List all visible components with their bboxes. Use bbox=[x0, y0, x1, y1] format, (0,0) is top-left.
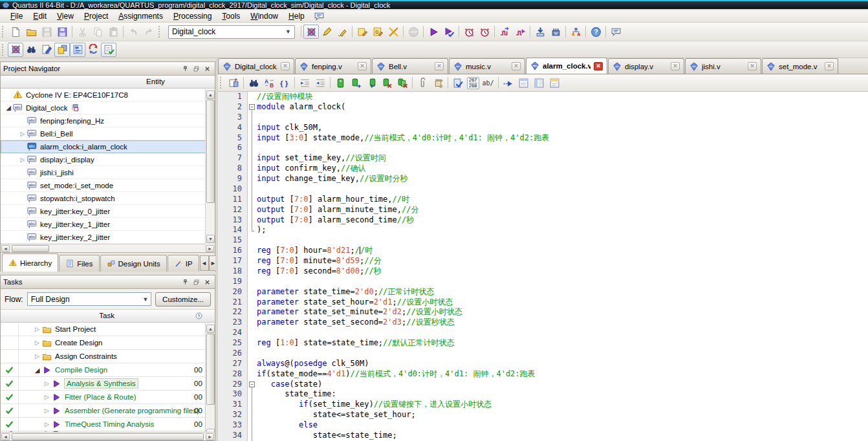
feedback-button[interactable] bbox=[608, 25, 624, 39]
bm-prev-button[interactable] bbox=[363, 76, 379, 90]
clip-button[interactable] bbox=[415, 76, 430, 90]
folder-button[interactable] bbox=[23, 25, 39, 39]
close-tab-icon[interactable]: ✕ bbox=[671, 62, 680, 70]
close-tab-icon[interactable]: ✕ bbox=[825, 62, 834, 70]
braces-button[interactable]: { } bbox=[277, 76, 292, 90]
task-expander-icon[interactable]: ▷ bbox=[33, 353, 41, 360]
analyze-button[interactable] bbox=[450, 76, 466, 90]
indent-button[interactable] bbox=[297, 76, 312, 90]
toolbar-grip[interactable] bbox=[2, 26, 5, 38]
bm-del-button[interactable] bbox=[379, 76, 395, 90]
settings-list-button[interactable] bbox=[70, 43, 85, 57]
chevron-down-icon[interactable]: ▼ bbox=[283, 27, 294, 38]
edit-pen-button[interactable] bbox=[39, 43, 54, 57]
assign-doc-button[interactable] bbox=[354, 25, 370, 39]
menu-project[interactable]: Project bbox=[79, 11, 113, 21]
panel-a-button[interactable] bbox=[516, 76, 532, 90]
task-row-create-design[interactable]: ▷Create Design bbox=[1, 336, 215, 350]
tree-expander-icon[interactable]: ▷ bbox=[19, 156, 27, 163]
tree-item-display-i-display[interactable]: ▷abcdisplay:i_display bbox=[1, 153, 215, 166]
float-window-icon[interactable] bbox=[191, 64, 201, 73]
paste-button[interactable] bbox=[105, 25, 121, 39]
pin-icon[interactable] bbox=[180, 64, 190, 73]
bm-delall-button[interactable] bbox=[395, 76, 410, 90]
menu-window[interactable]: Window bbox=[245, 11, 283, 21]
task-row-start-project[interactable]: ▷Start Project bbox=[1, 323, 215, 336]
tree-item-stopwatch-i-stopwatch[interactable]: abcstopwatch:i_stopwatch bbox=[1, 192, 215, 205]
tab-ip[interactable]: IP bbox=[168, 255, 199, 272]
wrench-button[interactable] bbox=[385, 25, 401, 39]
editor-tab-music-v[interactable]: abcmusic.v✕ bbox=[449, 58, 525, 74]
close-tab-icon[interactable]: ✕ bbox=[281, 62, 290, 70]
pin-icon[interactable] bbox=[180, 277, 190, 286]
tab-scroll-left-icon[interactable]: ◄ bbox=[200, 255, 209, 271]
undo-button[interactable] bbox=[125, 25, 141, 39]
floppy2-button[interactable] bbox=[54, 25, 70, 39]
help-button[interactable]: ? bbox=[588, 25, 603, 39]
menu-tools[interactable]: Tools bbox=[217, 11, 245, 21]
panel-c-button[interactable] bbox=[547, 76, 563, 90]
fold-toggle-icon[interactable]: − bbox=[248, 102, 257, 113]
menu-help[interactable]: Help bbox=[283, 11, 310, 21]
tree-item-cyclone-iv-e-ep4ce10f17c8[interactable]: Cyclone IV E: EP4CE10F17C8 bbox=[1, 89, 215, 102]
pen-button[interactable] bbox=[319, 25, 334, 39]
tree-item-set-mode-i-set-mode[interactable]: abcset_mode:i_set_mode bbox=[1, 179, 215, 192]
binoc-button[interactable] bbox=[246, 76, 261, 90]
editor-tab-alarm_clock-v[interactable]: abcalarm_clock.v✕ bbox=[526, 58, 607, 74]
refresh-button[interactable] bbox=[85, 43, 101, 57]
task-expander-icon[interactable]: ▷ bbox=[43, 421, 51, 427]
menu-assignments[interactable]: Assignments bbox=[113, 11, 168, 21]
programmer-button[interactable] bbox=[532, 25, 548, 39]
clock-button[interactable] bbox=[477, 25, 492, 39]
entity-column-header[interactable]: Entity bbox=[1, 76, 215, 89]
tasklist-button[interactable] bbox=[101, 43, 116, 57]
task-row-compile-design[interactable]: ◢Compile Design00 bbox=[1, 363, 215, 377]
note-button[interactable] bbox=[54, 43, 70, 57]
tree-item-alarm-clock-i-alarm-clock[interactable]: abcalarm_clock:i_alarm_clock bbox=[1, 140, 215, 153]
close-tab-icon[interactable]: ✕ bbox=[748, 62, 757, 70]
tasks-vertical-scrollbar[interactable]: ▲ ▼ bbox=[205, 323, 215, 438]
pen2-button[interactable] bbox=[334, 25, 350, 39]
compile-button[interactable] bbox=[8, 43, 23, 57]
comment-tool-icon[interactable]: ab/ bbox=[481, 80, 496, 87]
tree-item-key-jitter-key-1-jitter[interactable]: abckey_jitter:key_1_jitter bbox=[1, 218, 215, 231]
menu-processing[interactable]: Processing bbox=[168, 11, 217, 21]
cut-button[interactable] bbox=[74, 25, 90, 39]
tree-item-jishi-i-jishi[interactable]: abcjishi:i_jishi bbox=[1, 166, 215, 179]
task-row-assign-constraints[interactable]: ▷Assign Constraints bbox=[1, 350, 215, 363]
page-button[interactable] bbox=[8, 25, 23, 39]
task-column-header[interactable]: Task bbox=[1, 310, 215, 323]
outdent-button[interactable] bbox=[312, 76, 328, 90]
editor-tab-bell-v[interactable]: abcBell.v✕ bbox=[372, 58, 448, 74]
compile-button[interactable] bbox=[303, 25, 319, 39]
close-tab-icon[interactable]: ✕ bbox=[594, 62, 603, 70]
tasks-horizontal-scrollbar[interactable]: ◄ ► bbox=[1, 432, 215, 440]
code-editor[interactable]: 1234567891011121314151617181920212223242… bbox=[218, 92, 868, 441]
doc-arrow-button[interactable] bbox=[226, 76, 241, 90]
netlist-button[interactable] bbox=[497, 25, 512, 39]
toolbar-grip[interactable] bbox=[2, 44, 5, 56]
project-navigator-horizontal-scrollbar[interactable]: ◄ ► bbox=[1, 244, 215, 252]
panel-b-button[interactable] bbox=[532, 76, 547, 90]
task-expander-icon[interactable]: ▷ bbox=[43, 394, 51, 400]
stop-button[interactable]: STOP bbox=[406, 25, 421, 39]
toolbar-grip[interactable] bbox=[158, 26, 162, 38]
play-button[interactable] bbox=[426, 25, 441, 39]
code-fold-column[interactable]: −− bbox=[248, 92, 257, 441]
redo-button[interactable] bbox=[141, 25, 157, 39]
tree-item-key-jitter-key-0-jitter[interactable]: abckey_jitter:key_0_jitter bbox=[1, 205, 215, 218]
task-row-fitter-place-route-[interactable]: ▷Fitter (Place & Route)00 bbox=[1, 391, 215, 404]
floppy-button[interactable] bbox=[39, 25, 54, 39]
close-tab-icon[interactable]: ✕ bbox=[435, 62, 444, 70]
project-navigator-vertical-scrollbar[interactable]: ▲ ▼ bbox=[205, 89, 215, 244]
menu-file[interactable]: File bbox=[5, 11, 28, 21]
line-count-indicator[interactable]: 267268 bbox=[467, 77, 479, 89]
arrow-dash-button[interactable] bbox=[501, 76, 516, 90]
task-expander-icon[interactable]: ◢ bbox=[33, 367, 41, 374]
signaltap-button[interactable] bbox=[548, 25, 563, 39]
playcheck-button[interactable] bbox=[441, 25, 457, 39]
flow-combobox[interactable]: Full Design ▼ bbox=[27, 292, 151, 306]
task-expander-icon[interactable]: ▷ bbox=[43, 407, 51, 414]
hier-button[interactable] bbox=[568, 25, 583, 39]
menu-view[interactable]: View bbox=[52, 11, 79, 21]
